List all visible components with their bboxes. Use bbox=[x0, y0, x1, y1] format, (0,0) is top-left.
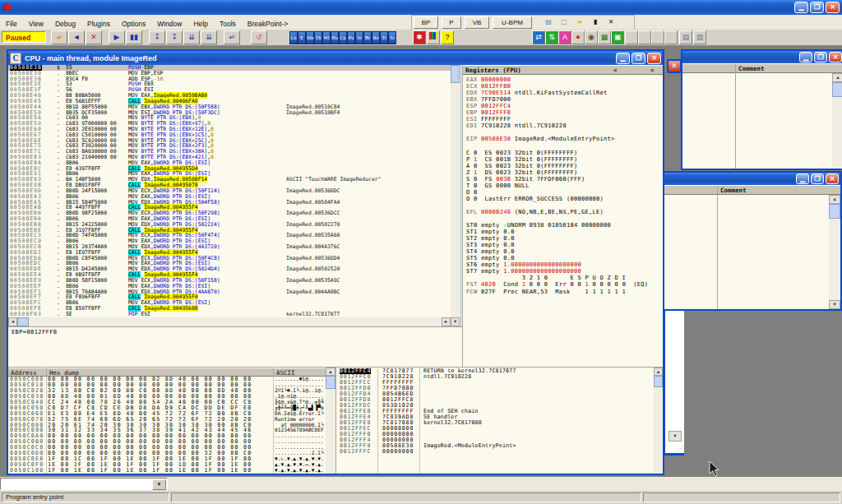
trace-spiral-icon[interactable]: ◉ bbox=[585, 30, 598, 44]
layout-a-icon[interactable]: ▤ bbox=[679, 30, 692, 44]
register-line[interactable]: C 0 ES 0023 32bit 0(FFFFFFFF) bbox=[463, 150, 663, 156]
toolbar-letter-button-pa[interactable]: Pa bbox=[347, 31, 355, 44]
close-icon[interactable]: ✕ bbox=[647, 53, 661, 64]
toolbar-letter-button-sr[interactable]: Sr bbox=[388, 31, 396, 44]
swap-icon[interactable]: ⇄ bbox=[532, 30, 545, 44]
prev-registers-icon[interactable]: < bbox=[613, 67, 618, 74]
register-line[interactable]: FST 4020 Cond 1 0 0 0 Err 0 0 1 0 0 0 0 … bbox=[463, 281, 663, 288]
notepad-icon[interactable]: ▤ bbox=[542, 16, 555, 29]
stack-pane[interactable]: 0012FFC47C817077RETURN to kernel32.7C817… bbox=[335, 368, 654, 474]
menu-item-help[interactable]: Help bbox=[187, 17, 213, 28]
disassembly-hscrollbar[interactable]: ◄ ► bbox=[8, 317, 451, 326]
menu-item-plugins[interactable]: Plugins bbox=[81, 17, 116, 28]
toolbar-letter-button-th[interactable]: Th bbox=[314, 31, 322, 44]
disasm-row[interactable]: 00508F03.5EPOP ESIkernel32.7C817077 bbox=[8, 312, 451, 317]
register-line[interactable] bbox=[463, 215, 663, 222]
toolbar-letter-button-me[interactable]: Me bbox=[306, 31, 314, 44]
dump-scrollbar[interactable]: ▲ bbox=[326, 368, 335, 474]
register-line[interactable]: ST1 empty 0.0 bbox=[463, 229, 663, 235]
column-header[interactable]: Comment bbox=[664, 185, 840, 195]
layout-b-icon[interactable]: ▥ bbox=[693, 30, 706, 44]
minimize-button[interactable]: ▁ bbox=[796, 173, 809, 184]
bp-toolbar-button-p[interactable]: P bbox=[442, 16, 461, 29]
scroll-down-icon[interactable]: ▼ bbox=[669, 431, 682, 442]
register-line[interactable]: FCW 027F Prec NEAR,53 Mask 1 1 1 1 1 1 bbox=[463, 289, 663, 295]
blank-button-4[interactable] bbox=[664, 30, 678, 44]
register-line[interactable]: 3 2 1 0 E S P U O Z D I bbox=[463, 275, 663, 281]
toolbar-letter-button-cp[interactable]: Cp bbox=[339, 31, 347, 44]
hidden-window-close-icon[interactable]: ✕ bbox=[667, 59, 682, 73]
menu-item-options[interactable]: Options bbox=[116, 17, 151, 28]
stack-scrollbar[interactable]: ▲ bbox=[654, 368, 663, 474]
toolbar-letter-button-tr[interactable]: Tr bbox=[380, 31, 388, 44]
register-line[interactable]: Z 1 DS 0023 32bit 0(FFFFFFFF) bbox=[463, 169, 663, 176]
options-gear-icon[interactable]: ✱ bbox=[413, 30, 426, 44]
stack-row[interactable]: 0012FFFC00000000 bbox=[336, 449, 654, 455]
menu-item-breakpoint[interactable]: BreakPoint-> bbox=[242, 17, 294, 28]
register-line[interactable]: EAX 00000000 bbox=[463, 76, 663, 83]
bp-toolbar-button-ubpm[interactable]: U-BPM bbox=[493, 16, 532, 29]
register-line[interactable]: EIP 00508E38 ImageRed.<ModuleEntryPoint> bbox=[463, 136, 663, 142]
blank-button-3[interactable] bbox=[651, 30, 664, 44]
registers-pane[interactable]: Registers (FPU) < < EAX 00000000ECX 0012… bbox=[462, 65, 663, 367]
disassembly-vscrollbar[interactable]: ▼ bbox=[451, 65, 460, 326]
disassembly-pane[interactable]: 00508E38$55PUSH EBP00508E39.8BECMOV EBP,… bbox=[8, 65, 451, 317]
minimize-button[interactable]: ▁ bbox=[799, 52, 812, 62]
close-toolbar-icon[interactable]: ✕ bbox=[604, 16, 618, 29]
register-line[interactable]: ESI FFFFFFFF bbox=[463, 116, 663, 123]
bp-toolbar-button-bp[interactable]: BP bbox=[414, 16, 438, 29]
resize-grip[interactable]: ⋰ bbox=[677, 445, 683, 452]
blank-button-1[interactable] bbox=[625, 30, 638, 44]
go-to-icon[interactable]: ↺ bbox=[251, 30, 267, 44]
side-window-top-body[interactable] bbox=[682, 73, 830, 169]
maximize-button[interactable]: ❐ bbox=[814, 52, 827, 62]
toolbar-letter-button-wi[interactable]: Wi bbox=[322, 31, 331, 44]
pause-icon[interactable]: ▮▮ bbox=[126, 30, 142, 44]
info-pane[interactable]: EBP=0012FFF0 bbox=[8, 326, 462, 367]
register-line[interactable]: EBX 7FFD7000 bbox=[463, 96, 663, 103]
disasm-row[interactable]: 00508E3E.53PUSH EBX bbox=[8, 81, 451, 87]
close-program-icon[interactable]: ✕ bbox=[86, 30, 102, 44]
menu-item-view[interactable]: View bbox=[23, 17, 49, 28]
toolbar-letter-button-st[interactable]: St bbox=[355, 31, 363, 44]
column-header[interactable]: Comment bbox=[682, 63, 842, 73]
minimize-button[interactable]: ▁ bbox=[794, 2, 808, 13]
toolbar-letter-button-ha[interactable]: Ha bbox=[331, 31, 339, 44]
register-line[interactable]: A 0 SS 0023 32bit 0(FFFFFFFF) bbox=[463, 163, 663, 169]
appearance-colors-icon[interactable] bbox=[427, 30, 440, 44]
register-line[interactable]: ST6 empty 1.0000000000000000000 bbox=[463, 261, 663, 268]
dump-row[interactable]: 0050C1001F 00 1E 00 1F 00 1E 00 1F 00 1E… bbox=[8, 468, 335, 474]
chevron-down-icon[interactable]: ▼ bbox=[152, 479, 166, 490]
menu-item-tools[interactable]: Tools bbox=[214, 17, 242, 28]
step-into-icon[interactable]: ↧ bbox=[149, 30, 165, 44]
register-line[interactable]: ST7 empty 1.0000000000000000000 bbox=[463, 268, 663, 275]
breakpoint-dot-icon[interactable]: ● bbox=[571, 30, 585, 44]
restore-button[interactable]: ❐ bbox=[810, 2, 824, 13]
minimize-button[interactable]: ▁ bbox=[616, 53, 630, 64]
trace-over-icon[interactable]: ⇊ bbox=[201, 30, 217, 44]
toolbar-letter-button-e[interactable]: E bbox=[298, 31, 306, 44]
help-icon[interactable]: ? bbox=[441, 30, 454, 44]
menu-item-file[interactable]: File bbox=[0, 17, 23, 28]
register-line[interactable]: ST3 empty 0.0 bbox=[463, 242, 663, 248]
register-line[interactable]: T 0 GS 0000 NULL bbox=[463, 183, 663, 189]
next-registers-icon[interactable]: < bbox=[650, 67, 655, 74]
folder-icon[interactable]: ▰ bbox=[573, 16, 586, 29]
register-line[interactable]: ECX 0012FFB0 bbox=[463, 83, 663, 90]
maximize-button[interactable]: ❐ bbox=[632, 53, 645, 64]
command-combobox[interactable]: ▼ bbox=[0, 478, 168, 490]
scrollbar[interactable]: ▲ bbox=[832, 73, 842, 169]
register-line[interactable] bbox=[463, 202, 663, 209]
console-icon[interactable]: ▮ bbox=[589, 16, 602, 29]
close-icon[interactable]: ✕ bbox=[829, 52, 842, 62]
disasm-row[interactable]: 00508E3B.83C4 F0ADD ESP,-10 bbox=[8, 76, 451, 82]
document-icon[interactable]: ▢ bbox=[557, 16, 571, 29]
register-line[interactable]: ST4 empty 0.0 bbox=[463, 248, 663, 255]
bp-toolbar-button-vb[interactable]: VB bbox=[465, 16, 489, 29]
dump-pane[interactable]: Address Hex dump ASCII 0050C00000 00 00 … bbox=[8, 368, 335, 474]
close-icon[interactable]: ✕ bbox=[826, 173, 839, 184]
patch-icon[interactable]: ▩ bbox=[598, 30, 611, 44]
blank-button-2[interactable] bbox=[638, 30, 651, 44]
register-line[interactable] bbox=[463, 129, 663, 136]
trace-into-icon[interactable]: ⇊ bbox=[183, 30, 200, 44]
